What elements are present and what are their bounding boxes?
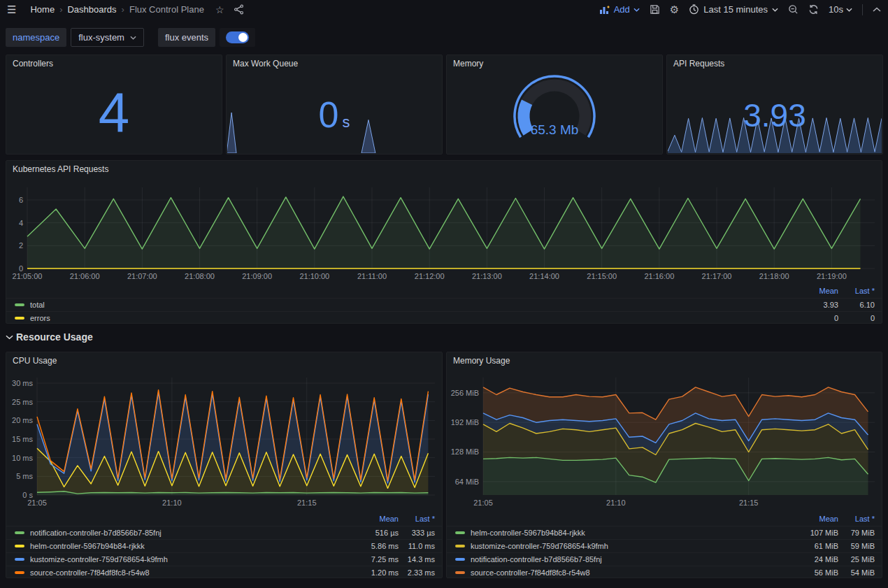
legend-header: MeanLast *: [6, 284, 882, 298]
legend-last-value: 11.0 ms: [399, 542, 435, 550]
memory-usage-chart[interactable]: 21:0521:1021:1564 MiB128 MiB192 MiB256 M…: [447, 371, 882, 512]
refresh-interval-label: 10s: [829, 4, 843, 15]
add-label: Add: [614, 4, 630, 15]
x-tick-label: 21:06:00: [70, 272, 100, 280]
legend-row[interactable]: notification-controller-b7d8566b7-85fnj2…: [447, 552, 882, 566]
x-tick-label: 21:10: [162, 499, 182, 507]
kubernetes-api-requests-chart[interactable]: 21:05:0021:06:0021:07:0021:08:0021:09:00…: [6, 179, 882, 284]
legend-row[interactable]: errors00: [6, 311, 882, 324]
legend-col-mean[interactable]: Mean: [789, 287, 838, 295]
legend-row[interactable]: source-controller-7f84df8fc8-r54w856 MiB…: [447, 566, 882, 579]
y-tick-label: 30 ms: [12, 379, 33, 387]
legend-swatch: [15, 558, 24, 561]
legend-series-name[interactable]: kustomize-controller-759d768654-k9fmh: [471, 542, 608, 550]
refresh-icon[interactable]: [808, 4, 819, 15]
memory-gauge-svg: [493, 74, 616, 152]
panel-max-work-queue: Max Work Queue 0s: [226, 55, 443, 155]
x-tick-label: 21:18:00: [759, 272, 789, 280]
legend-row[interactable]: helm-controller-5967b94b84-rjkkk5.86 ms1…: [6, 539, 442, 552]
k8s-chart-svg[interactable]: 21:05:0021:06:0021:07:0021:08:0021:09:00…: [6, 179, 882, 284]
zoom-out-time-icon[interactable]: [788, 4, 799, 15]
legend-last-value: 14.3 ms: [399, 555, 435, 564]
section-resource-usage[interactable]: Resource Usage: [6, 331, 93, 343]
legend-last-value: 59 MiB: [838, 542, 875, 550]
y-tick-label: 6: [19, 196, 23, 204]
controllers-stat-value: 4: [6, 85, 222, 141]
legend-mean-value: 516 µs: [350, 529, 399, 537]
toggle-knob: [238, 33, 248, 42]
legend-series-name[interactable]: total: [30, 301, 45, 309]
breadcrumb-dashboards[interactable]: Dashboards: [67, 4, 116, 15]
legend-row[interactable]: notification-controller-b7d8566b7-85fnj5…: [6, 526, 442, 539]
legend-series-name[interactable]: helm-controller-5967b94b84-rjkkk: [30, 542, 145, 550]
panel-title[interactable]: CPU Usage: [13, 356, 57, 366]
cpu-usage-chart[interactable]: 21:0521:1021:150 s5 ms10 ms15 ms20 ms25 …: [6, 371, 442, 512]
legend-series-name[interactable]: kustomize-controller-759d768654-k9fmh: [30, 555, 168, 564]
dashboard-settings-icon[interactable]: ⚙: [670, 3, 679, 16]
x-tick-label: 21:15: [297, 499, 317, 507]
x-tick-label: 21:11:00: [357, 272, 387, 280]
legend-col-mean[interactable]: Mean: [350, 515, 399, 523]
legend-series-name[interactable]: source-controller-7f84df8fc8-r54w8: [471, 568, 590, 577]
y-tick-label: 25 ms: [12, 398, 33, 406]
legend-row[interactable]: helm-controller-5967b94b84-rjkkk107 MiB7…: [447, 526, 882, 539]
legend-col-mean[interactable]: Mean: [789, 515, 838, 523]
x-tick-label: 21:16:00: [644, 272, 674, 280]
legend-last-value: 0: [838, 314, 875, 322]
legend-last-value: 333 µs: [399, 529, 435, 537]
legend-col-last[interactable]: Last *: [838, 515, 875, 523]
toggle-switch[interactable]: [226, 31, 249, 43]
legend-series-name[interactable]: helm-controller-5967b94b84-rjkkk: [471, 529, 585, 537]
legend-row[interactable]: kustomize-controller-759d768654-k9fmh7.2…: [6, 552, 442, 566]
flux-events-label: flux events: [158, 28, 215, 47]
add-panel-button[interactable]: Add: [599, 4, 640, 15]
legend-series-name[interactable]: source-controller-7f84df8fc8-r54w8: [30, 568, 150, 577]
legend-mean-value: 5.86 ms: [350, 542, 399, 550]
flux-events-toggle[interactable]: [220, 28, 255, 47]
panel-title[interactable]: Controllers: [13, 59, 53, 69]
kiosk-mode-chevron-up-icon[interactable]: [873, 7, 881, 13]
work-queue-stat-value: 0s: [227, 96, 442, 133]
legend-last-value: 6.10: [838, 301, 875, 309]
refresh-interval-select[interactable]: 10s: [829, 4, 852, 15]
x-tick-label: 21:05: [27, 499, 47, 507]
legend-col-last[interactable]: Last *: [838, 287, 875, 295]
legend-row[interactable]: kustomize-controller-759d768654-k9fmh61 …: [447, 539, 882, 552]
time-range-picker[interactable]: Last 15 minutes: [689, 4, 778, 15]
namespace-variable-label[interactable]: namespace: [6, 28, 66, 47]
legend-mean-value: 56 MiB: [789, 568, 838, 577]
x-tick-label: 21:12:00: [415, 272, 445, 280]
memory-gauge-value: 65.3 Mb: [447, 122, 662, 138]
legend-col-last[interactable]: Last *: [399, 515, 435, 523]
legend-row[interactable]: source-controller-7f84df8fc8-r54w81.20 m…: [6, 566, 442, 579]
legend-swatch: [15, 531, 24, 534]
star-icon[interactable]: ☆: [215, 4, 224, 15]
panel-title[interactable]: API Requests: [673, 59, 724, 69]
x-tick-label: 21:05: [473, 499, 493, 507]
x-tick-label: 21:19:00: [817, 272, 847, 280]
series-fill-helm-controller-5967b94b84-rjkkk: [483, 457, 868, 495]
breadcrumb-current-dashboard[interactable]: Flux Control Plane: [129, 4, 204, 15]
menu-icon[interactable]: ☰: [7, 3, 16, 16]
legend-series-name[interactable]: errors: [30, 314, 50, 322]
legend-series-name[interactable]: notification-controller-b7d8566b7-85fnj: [471, 555, 602, 564]
legend-last-value: 79 MiB: [838, 529, 875, 537]
namespace-variable-select[interactable]: flux-system: [71, 28, 144, 47]
mem-chart-svg[interactable]: 21:0521:1021:1564 MiB128 MiB192 MiB256 M…: [447, 371, 882, 512]
y-tick-label: 192 MiB: [451, 418, 479, 426]
legend-mean-value: 24 MiB: [789, 555, 838, 564]
panel-title[interactable]: Max Work Queue: [233, 59, 298, 69]
share-icon[interactable]: [234, 4, 244, 15]
cpu-chart-svg[interactable]: 21:0521:1021:150 s5 ms10 ms15 ms20 ms25 …: [6, 371, 442, 512]
breadcrumb-separator-icon: ›: [59, 4, 62, 15]
toolbar-divider: [862, 4, 863, 15]
panel-title[interactable]: Memory Usage: [453, 356, 510, 366]
panel-title[interactable]: Kubernetes API Requests: [13, 164, 108, 174]
x-tick-label: 21:07:00: [127, 272, 157, 280]
save-dashboard-icon[interactable]: [650, 4, 660, 15]
legend-series-name[interactable]: notification-controller-b7d8566b7-85fnj: [30, 529, 162, 537]
x-tick-label: 21:10:00: [299, 272, 329, 280]
breadcrumb-home[interactable]: Home: [30, 4, 55, 15]
legend-row[interactable]: total3.936.10: [6, 298, 882, 311]
panel-title[interactable]: Memory: [453, 59, 483, 69]
